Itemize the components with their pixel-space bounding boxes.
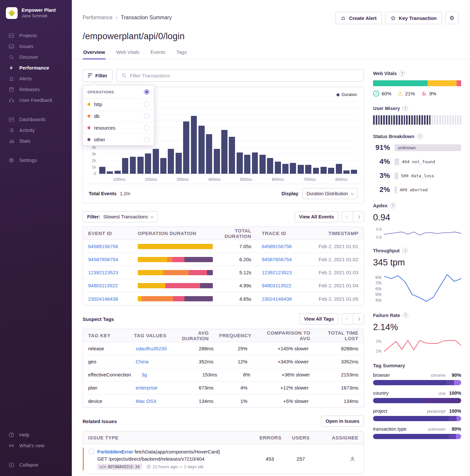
help-question-icon[interactable]: ? xyxy=(403,312,408,318)
trace-id-link[interactable]: 94803113522 xyxy=(262,283,291,288)
table-row[interactable]: geoChina352ms12%+343% slower3352ms xyxy=(83,355,364,368)
tag-value-link[interactable]: 3g xyxy=(141,372,147,377)
histogram-bar[interactable] xyxy=(275,162,281,174)
table-row[interactable]: 945876567546.20s94587656754Feb 2, 2021 0… xyxy=(83,253,364,266)
histogram-bar[interactable] xyxy=(244,155,250,174)
histogram-bar[interactable] xyxy=(137,157,144,174)
help-question-icon[interactable]: ? xyxy=(417,134,423,139)
create-alert-button[interactable]: Create Alert xyxy=(335,12,382,24)
histogram-bar[interactable] xyxy=(321,167,327,174)
sidebar-item-performance[interactable]: Performance xyxy=(0,62,72,73)
table-row[interactable]: planenterprise673ms4%+12% slower1673ms xyxy=(83,381,364,394)
sidebar-item-stats[interactable]: Stats xyxy=(0,135,72,146)
tab-web-vitals[interactable]: Web Vitals xyxy=(116,47,140,59)
operation-radio[interactable] xyxy=(144,137,149,142)
operation-radio[interactable] xyxy=(144,102,149,107)
sidebar-item-activity[interactable]: Activity xyxy=(0,125,72,135)
operations-radio-selected[interactable] xyxy=(144,89,149,95)
histogram-bar[interactable] xyxy=(305,165,311,174)
pager-prev-button[interactable] xyxy=(342,211,353,222)
event-id-link[interactable]: 23024146438 xyxy=(88,296,118,302)
histogram-bar[interactable] xyxy=(237,152,243,174)
issue-checkbox[interactable] xyxy=(89,449,94,454)
tab-events[interactable]: Events xyxy=(150,47,166,59)
sidebar-item-collapse[interactable]: Collapse xyxy=(0,459,72,470)
operation-option-http[interactable]: http xyxy=(83,99,154,110)
issue-error-type-link[interactable]: ForbiddenError xyxy=(97,449,133,454)
operation-radio[interactable] xyxy=(144,113,149,119)
sidebar-item-issues[interactable]: Issues xyxy=(0,41,72,52)
display-select[interactable]: Duration Distribution xyxy=(302,188,358,199)
trace-id-link[interactable]: 94587656754 xyxy=(262,257,292,262)
histogram-bar[interactable] xyxy=(252,152,258,174)
sidebar-item-discover[interactable]: Discover xyxy=(0,52,72,62)
pager-prev-button[interactable] xyxy=(342,313,353,325)
tab-overview[interactable]: Overview xyxy=(83,47,106,59)
histogram-bar[interactable] xyxy=(107,171,113,174)
help-question-icon[interactable]: ? xyxy=(390,203,396,208)
table-row[interactable]: effectiveConnection3g153ms8%+36% slower2… xyxy=(83,368,364,381)
key-transaction-button[interactable]: Key Transaction xyxy=(385,12,442,24)
histogram-bar[interactable] xyxy=(130,157,136,174)
view-all-tags-button[interactable]: View All Tags xyxy=(299,313,338,325)
event-id-link[interactable]: 94803113522 xyxy=(88,283,118,288)
tab-tags[interactable]: Tags xyxy=(176,47,188,59)
histogram-bar[interactable] xyxy=(145,153,151,174)
issue-assignee[interactable] xyxy=(316,456,364,462)
sidebar-item-what-s-new[interactable]: What's new xyxy=(0,440,72,451)
settings-gear-button[interactable]: ⚙ xyxy=(445,12,459,24)
help-question-icon[interactable]: ? xyxy=(402,248,408,253)
trace-id-link[interactable]: 12392123523 xyxy=(262,270,292,275)
table-row[interactable]: 230241464384.65s23024146438Feb 2, 2021 0… xyxy=(83,292,364,305)
operation-option-db[interactable]: db xyxy=(83,110,154,122)
tag-value-link[interactable]: enterprise xyxy=(136,385,158,390)
view-all-events-button[interactable]: View All Events xyxy=(295,211,338,222)
histogram-bar[interactable] xyxy=(282,164,289,174)
histogram-bar[interactable] xyxy=(259,155,266,174)
histogram-bar[interactable] xyxy=(328,168,334,174)
histogram-bar[interactable] xyxy=(214,149,220,174)
histogram-bar[interactable] xyxy=(351,170,357,174)
event-id-link[interactable]: 12392123523 xyxy=(88,270,118,275)
table-row[interactable]: releasesdaufhu35235288ms25%+145% slower8… xyxy=(83,342,364,355)
sidebar-item-projects[interactable]: Projects xyxy=(0,30,72,41)
histogram-bar[interactable] xyxy=(290,163,296,174)
pager-next-button[interactable] xyxy=(353,313,364,325)
sidebar-item-user-feedback[interactable]: User Feedback xyxy=(0,95,72,105)
operation-option-resources[interactable]: resources xyxy=(83,122,154,134)
histogram-bar[interactable] xyxy=(206,134,212,174)
histogram-bar[interactable] xyxy=(229,137,235,174)
tag-value-link[interactable]: China xyxy=(136,359,149,364)
histogram-bar[interactable] xyxy=(221,130,227,174)
filter-button[interactable]: Filter xyxy=(83,69,113,82)
table-row[interactable]: 645891567567.05s64589156756Feb 2, 2021 0… xyxy=(83,240,364,253)
search-input[interactable] xyxy=(130,73,359,78)
histogram-bar[interactable] xyxy=(160,158,166,174)
open-in-issues-button[interactable]: Open in Issues xyxy=(321,416,364,427)
histogram-bar[interactable] xyxy=(313,168,319,174)
event-id-link[interactable]: 94587656754 xyxy=(88,257,118,262)
trace-id-link[interactable]: 23024146438 xyxy=(262,296,292,302)
histogram-bar[interactable] xyxy=(343,170,350,174)
breadcrumb-parent[interactable]: Performance xyxy=(83,15,113,21)
sidebar-item-settings[interactable]: ⚙Settings xyxy=(0,155,72,166)
histogram-bar[interactable] xyxy=(191,116,197,174)
tag-value-link[interactable]: Mac OSX xyxy=(136,398,157,404)
histogram-bar[interactable] xyxy=(336,164,342,174)
table-row[interactable]: deviceMac OSX134ms1%+5% slower134ms xyxy=(83,394,364,407)
histogram-bar[interactable] xyxy=(267,158,273,174)
help-question-icon[interactable]: ? xyxy=(400,71,405,76)
table-row[interactable]: 123921235235.12s12392123523Feb 2, 2021 0… xyxy=(83,266,364,279)
events-filter-select[interactable]: Filter: Slowest Transactions xyxy=(83,211,158,222)
pager-next-button[interactable] xyxy=(353,211,364,222)
trace-id-link[interactable]: 64589156756 xyxy=(262,244,292,249)
operation-radio[interactable] xyxy=(144,125,149,131)
operations-dropdown-header[interactable]: OPERATIONS xyxy=(83,86,154,99)
sidebar-item-dashboards[interactable]: Dashboards xyxy=(0,114,72,125)
histogram-bar[interactable] xyxy=(115,171,121,174)
histogram-bar[interactable] xyxy=(183,121,189,174)
table-row[interactable]: 948031135224.99s94803113522Feb 2, 2021 0… xyxy=(83,279,364,292)
sidebar-item-help[interactable]: Help xyxy=(0,429,72,440)
histogram-bar[interactable] xyxy=(99,167,105,174)
sidebar-item-alerts[interactable]: Alerts xyxy=(0,73,72,84)
